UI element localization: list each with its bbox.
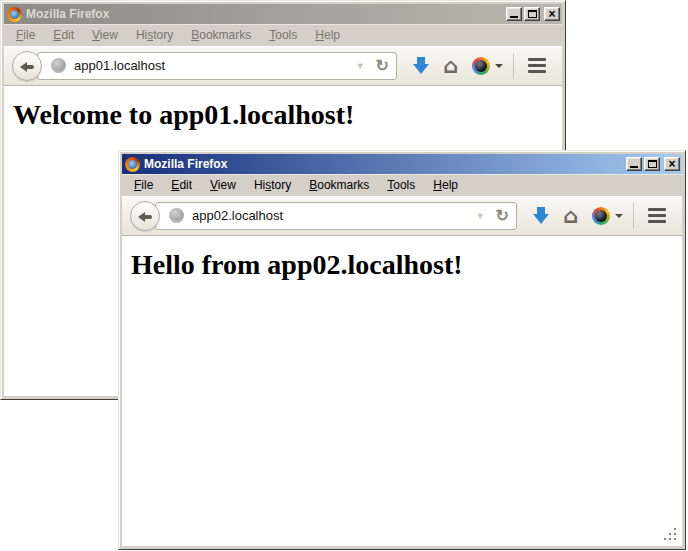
urlbar-dropdown-icon[interactable]: ▼: [356, 61, 365, 71]
close-button[interactable]: ×: [544, 7, 560, 21]
desktop: Mozilla Firefox × File Edit View History…: [0, 0, 688, 551]
home-button[interactable]: ⌂: [556, 206, 585, 226]
google-search-icon: [592, 207, 610, 225]
download-arrow-icon: [533, 207, 549, 224]
menu-item-bookmarks[interactable]: Bookmarks: [182, 26, 260, 44]
menu-item-tools[interactable]: Tools: [260, 26, 306, 44]
downloads-button[interactable]: [526, 207, 556, 224]
menu-item-file[interactable]: File: [7, 26, 44, 44]
maximize-icon: [528, 10, 537, 18]
download-arrow-icon: [413, 57, 429, 74]
menu-item-view[interactable]: View: [201, 176, 245, 194]
maximize-button[interactable]: [524, 7, 540, 21]
firefox-icon: [125, 157, 140, 172]
hamburger-icon: [528, 58, 546, 61]
maximize-button[interactable]: [644, 157, 660, 171]
window-title: Mozilla Firefox: [26, 7, 504, 21]
menu-button[interactable]: [641, 207, 673, 225]
minimize-icon: [510, 16, 518, 18]
maximize-icon: [648, 160, 657, 168]
reload-button[interactable]: ↻: [496, 208, 509, 224]
menu-item-tools[interactable]: Tools: [378, 176, 424, 194]
minimize-icon: [630, 166, 638, 168]
menu-button[interactable]: [521, 57, 553, 75]
close-icon: ×: [665, 158, 679, 170]
window-title: Mozilla Firefox: [144, 157, 624, 171]
home-icon: ⌂: [443, 56, 458, 76]
resize-grip[interactable]: [663, 528, 677, 542]
globe-icon: [51, 58, 66, 73]
back-button[interactable]: [12, 51, 42, 81]
menu-item-edit[interactable]: Edit: [162, 176, 201, 194]
close-button[interactable]: ×: [664, 157, 680, 171]
url-bar[interactable]: app01.localhost ▼ ↻: [37, 52, 397, 80]
menu-item-view[interactable]: View: [83, 26, 127, 44]
menu-item-history[interactable]: History: [245, 176, 300, 194]
reload-button[interactable]: ↻: [376, 58, 389, 74]
home-icon: ⌂: [563, 206, 578, 226]
url-text: app01.localhost: [74, 58, 356, 73]
url-text: app02.localhost: [192, 208, 476, 223]
back-arrow-icon: [20, 62, 35, 72]
toolbar-separator: [513, 53, 514, 79]
menu-item-edit[interactable]: Edit: [44, 26, 83, 44]
titlebar[interactable]: Mozilla Firefox ×: [122, 154, 682, 174]
close-icon: ×: [545, 8, 559, 20]
titlebar[interactable]: Mozilla Firefox ×: [4, 4, 562, 24]
menu-item-history[interactable]: History: [127, 26, 182, 44]
firefox-icon: [7, 7, 22, 22]
back-button[interactable]: [130, 201, 160, 231]
search-engine-button[interactable]: [465, 57, 510, 75]
home-button[interactable]: ⌂: [436, 56, 465, 76]
globe-icon: [169, 208, 184, 223]
hamburger-icon: [648, 208, 666, 211]
menu-item-bookmarks[interactable]: Bookmarks: [300, 176, 378, 194]
search-dropdown-caret-icon: [495, 64, 503, 68]
menu-item-file[interactable]: File: [125, 176, 162, 194]
downloads-button[interactable]: [406, 57, 436, 74]
url-bar[interactable]: app02.localhost ▼ ↻: [155, 202, 517, 230]
menu-bar: File Edit View History Bookmarks Tools H…: [4, 24, 562, 46]
toolbar-separator: [633, 203, 634, 229]
search-dropdown-caret-icon: [615, 214, 623, 218]
menu-item-help[interactable]: Help: [306, 26, 349, 44]
navigation-toolbar: app01.localhost ▼ ↻ ⌂: [4, 46, 562, 86]
firefox-window-app02: Mozilla Firefox × File Edit View History…: [118, 150, 686, 550]
minimize-button[interactable]: [506, 7, 522, 21]
navigation-toolbar: app02.localhost ▼ ↻ ⌂: [122, 196, 682, 236]
back-arrow-icon: [138, 212, 153, 222]
menu-bar: File Edit View History Bookmarks Tools H…: [122, 174, 682, 196]
page-heading: Welcome to app01.localhost!: [13, 99, 562, 131]
minimize-button[interactable]: [626, 157, 642, 171]
google-search-icon: [472, 57, 490, 75]
urlbar-dropdown-icon[interactable]: ▼: [476, 211, 485, 221]
menu-item-help[interactable]: Help: [424, 176, 467, 194]
page-heading: Hello from app02.localhost!: [131, 249, 682, 281]
search-engine-button[interactable]: [585, 207, 630, 225]
page-content: Hello from app02.localhost!: [122, 236, 682, 546]
